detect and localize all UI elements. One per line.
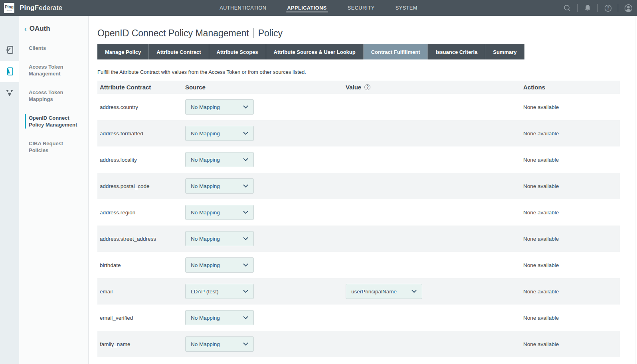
sidebar-section-title: OAuth [30,25,50,33]
tab-label: Attribute Scopes [217,49,258,55]
value-dropdown[interactable]: userPrincipalName [346,284,422,299]
chevron-down-icon [243,342,248,346]
sidebar-item-label: Clients [29,45,46,51]
tab-summary[interactable]: Summary [485,44,524,59]
sidebar-item-label: Access Token Management [29,64,63,77]
tab-label: Attribute Contract [156,49,201,55]
divider [618,4,618,12]
tab-issuance-criteria[interactable]: Issuance Criteria [428,44,485,59]
divider [577,4,578,12]
nav-item-label: SECURITY [348,5,375,11]
sidebar-menu: ‹ OAuth ClientsAccess Token ManagementAc… [19,16,89,364]
attribute-name: family_name [97,341,183,347]
policies-rail-icon[interactable] [0,82,19,104]
access-token-rail-icon[interactable] [0,61,19,82]
source-dropdown-value: No Mapping [191,210,220,216]
source-dropdown[interactable]: No Mapping [185,257,254,273]
source-dropdown-value: No Mapping [191,131,220,136]
source-dropdown-value: No Mapping [191,183,220,189]
scrollbar-track[interactable] [635,16,635,364]
sidebar-item-access-token-mappings[interactable]: Access Token Mappings [19,89,88,103]
attribute-name: address.locality [97,157,183,163]
attribute-name: birthdate [97,262,183,268]
attribute-name: address.country [97,104,183,110]
sidebar-item-clients[interactable]: Clients [19,45,88,51]
value-help-icon[interactable]: ? [364,84,370,90]
value-cell: userPrincipalName [343,284,521,299]
sidebar-item-access-token-management[interactable]: Access Token Management [19,63,88,77]
table-row: email_verified No Mapping None available [97,305,620,331]
chevron-down-icon [243,316,248,319]
account-icon[interactable] [623,0,634,16]
sidebar-icon-rail [0,16,19,364]
attribute-name: address.postal_code [97,183,183,189]
help-icon[interactable]: ? [602,0,613,16]
actions-text: None available [521,157,620,163]
table-row: address.region No Mapping None available [97,199,620,226]
table-row: address.country No Mapping None availabl… [97,94,620,120]
chevron-down-icon [243,184,248,188]
chevron-down-icon [243,263,248,267]
attribute-name: address.region [97,210,183,216]
chevron-down-icon [411,290,417,293]
source-dropdown[interactable]: No Mapping [185,152,254,167]
ping-logo[interactable]: Ping identity [4,3,14,13]
actions-text: None available [521,289,620,295]
source-cell: No Mapping [183,310,343,325]
chevron-down-icon [243,158,248,161]
topbar-actions: ? [562,0,637,16]
source-dropdown[interactable]: No Mapping [185,231,254,246]
tab-label: Contract Fulfillment [371,49,420,55]
nav-item-authentication[interactable]: AUTHENTICATION [220,0,266,16]
chevron-down-icon [243,211,248,214]
table-body: address.country No Mapping None availabl… [97,94,620,357]
source-dropdown[interactable]: No Mapping [185,205,254,220]
chevron-down-icon [243,237,248,240]
page-description: Fulfill the Attribute Contract with valu… [97,69,637,75]
fulfillment-table: Attribute Contract Source Value ? Action… [97,81,620,357]
primary-nav: AUTHENTICATIONAPPLICATIONSSECURITYSYSTEM [220,0,417,16]
source-cell: No Mapping [183,336,343,352]
tab-attribute-contract[interactable]: Attribute Contract [149,44,209,59]
source-dropdown-value: No Mapping [191,341,220,347]
source-dropdown[interactable]: No Mapping [185,99,254,115]
sidebar-item-openid-connect-policy-management[interactable]: OpenID Connect Policy Management [19,115,88,128]
tab-manage-policy[interactable]: Manage Policy [97,44,149,59]
source-cell: No Mapping [183,152,343,167]
sidebar-back-oauth[interactable]: ‹ OAuth [19,25,88,33]
table-row: email LDAP (test) userPrincipalName None… [97,278,620,305]
nav-item-applications[interactable]: APPLICATIONS [287,0,326,16]
search-icon[interactable] [562,0,573,16]
bell-icon[interactable] [582,0,593,16]
tab-label: Summary [493,49,516,55]
header-value-label: Value [346,84,361,91]
tab-contract-fulfillment[interactable]: Contract Fulfillment [364,44,428,59]
source-dropdown[interactable]: No Mapping [185,178,254,194]
source-cell: No Mapping [183,126,343,141]
clients-rail-icon[interactable] [0,39,19,61]
nav-item-security[interactable]: SECURITY [348,0,375,16]
nav-item-system[interactable]: SYSTEM [396,0,417,16]
header-source: Source [183,84,343,91]
svg-text:?: ? [607,6,609,10]
sidebar-item-label: OpenID Connect Policy Management [29,115,77,128]
page-subtitle: Policy [258,28,283,39]
source-dropdown[interactable]: No Mapping [185,126,254,141]
actions-text: None available [521,104,620,110]
header-attribute-contract: Attribute Contract [97,84,183,91]
sidebar-item-ciba-request-policies[interactable]: CIBA Request Policies [19,140,88,154]
tab-label: Attribute Sources & User Lookup [274,49,356,55]
sidebar-item-label: Access Token Mappings [29,89,63,102]
brand-title: PingFederate [20,4,62,12]
table-row: address.formatted No Mapping None availa… [97,120,620,146]
title-divider [253,28,254,38]
source-dropdown[interactable]: No Mapping [185,310,254,325]
tab-attribute-sources-and-user-lookup[interactable]: Attribute Sources & User Lookup [266,44,364,59]
attribute-name: email_verified [97,315,183,321]
source-dropdown[interactable]: LDAP (test) [185,284,254,299]
nav-item-label: APPLICATIONS [287,5,326,11]
tab-attribute-scopes[interactable]: Attribute Scopes [209,44,266,59]
source-cell: LDAP (test) [183,284,343,299]
chevron-down-icon [243,105,248,109]
source-dropdown[interactable]: No Mapping [185,336,254,352]
